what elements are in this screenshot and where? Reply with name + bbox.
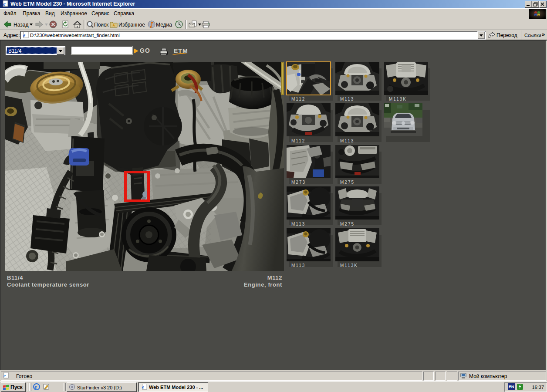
svg-text:e: e [34, 384, 37, 390]
svg-text:e: e [142, 384, 144, 389]
svg-text:e: e [3, 373, 6, 378]
svg-text:e: e [3, 0, 6, 7]
svg-text:e: e [23, 32, 26, 38]
